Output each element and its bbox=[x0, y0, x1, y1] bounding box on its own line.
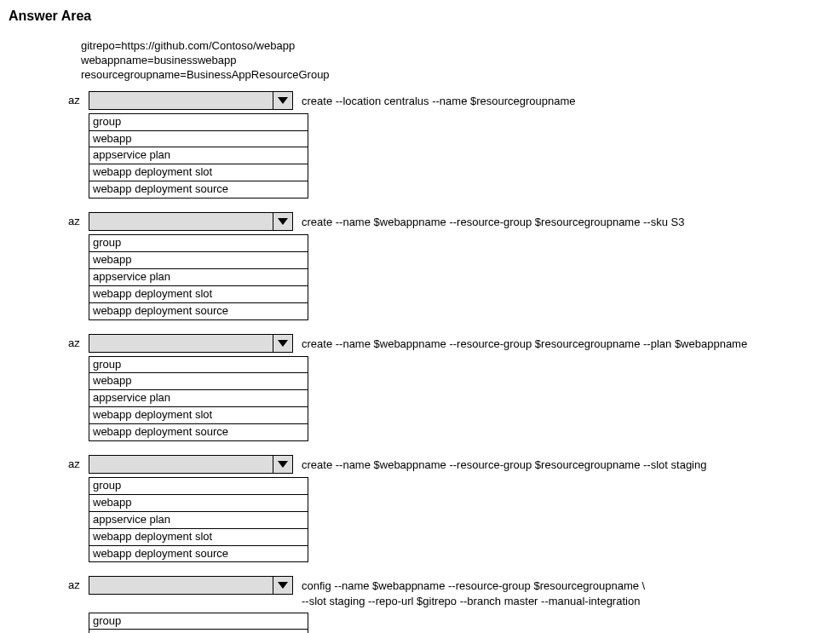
az-label: az bbox=[68, 91, 85, 106]
dropdown-arrow-icon bbox=[273, 456, 292, 473]
option-item[interactable]: webapp deployment source bbox=[89, 181, 308, 198]
az-label: az bbox=[68, 334, 85, 349]
option-item[interactable]: appservice plan bbox=[89, 147, 308, 164]
command-text-2: create --name $webappname --resource-gro… bbox=[293, 212, 831, 230]
option-item[interactable]: group bbox=[89, 613, 308, 630]
dropdown-arrow-icon bbox=[273, 213, 292, 230]
option-item[interactable]: group bbox=[89, 357, 308, 374]
svg-marker-4 bbox=[278, 582, 288, 589]
option-item[interactable]: webapp deployment source bbox=[89, 424, 308, 440]
page-title: Answer Area bbox=[9, 9, 831, 24]
dropdown-2[interactable] bbox=[89, 212, 293, 231]
dropdown-3[interactable] bbox=[89, 334, 293, 353]
az-label: az bbox=[68, 455, 85, 470]
option-item[interactable]: webapp deployment slot bbox=[89, 164, 308, 181]
az-label: az bbox=[68, 212, 85, 227]
az-label: az bbox=[68, 576, 85, 591]
dropdown-value bbox=[89, 92, 273, 109]
dropdown-value bbox=[89, 577, 273, 594]
svg-marker-2 bbox=[278, 340, 288, 347]
option-item[interactable]: appservice plan bbox=[89, 269, 308, 286]
dropdown-5[interactable] bbox=[89, 576, 293, 595]
option-item[interactable]: group bbox=[89, 114, 308, 131]
option-item[interactable]: webapp bbox=[89, 131, 308, 148]
option-item[interactable]: group bbox=[89, 235, 308, 252]
options-list-3: group webapp appservice plan webapp depl… bbox=[89, 356, 308, 441]
svg-marker-3 bbox=[278, 461, 288, 468]
variable-block: gitrepo=https://github.com/Contoso/webap… bbox=[81, 39, 831, 83]
command-row-2: az create --name $webappname --resource-… bbox=[68, 212, 831, 319]
dropdown-arrow-icon bbox=[273, 92, 292, 109]
options-list-1: group webapp appservice plan webapp depl… bbox=[89, 113, 308, 199]
command-text-1: create --location centralus --name $reso… bbox=[293, 91, 831, 109]
svg-marker-1 bbox=[278, 218, 288, 225]
option-item[interactable]: appservice plan bbox=[89, 390, 308, 407]
command-text-5-line1: config --name $webappname --resource-gro… bbox=[302, 578, 831, 594]
option-item[interactable]: webapp bbox=[89, 373, 308, 390]
options-list-5: group webapp appservice plan webapp depl… bbox=[89, 613, 308, 633]
dropdown-1[interactable] bbox=[89, 91, 293, 110]
dropdown-arrow-icon bbox=[273, 577, 292, 594]
option-item[interactable]: webapp deployment source bbox=[89, 303, 308, 319]
option-item[interactable]: webapp bbox=[89, 252, 308, 269]
options-list-2: group webapp appservice plan webapp depl… bbox=[89, 234, 308, 319]
option-item[interactable]: webapp deployment slot bbox=[89, 529, 308, 546]
dropdown-value bbox=[89, 456, 273, 473]
command-text-5-line2: --slot staging --repo-url $gitrepo --bra… bbox=[302, 594, 831, 609]
var-line-2: webappname=businesswebapp bbox=[81, 54, 831, 68]
command-text-3: create --name $webappname --resource-gro… bbox=[293, 334, 831, 352]
command-row-4: az create --name $webappname --resource-… bbox=[68, 455, 831, 562]
option-item[interactable]: appservice plan bbox=[89, 512, 308, 529]
dropdown-4[interactable] bbox=[89, 455, 293, 474]
svg-marker-0 bbox=[278, 97, 288, 104]
option-item[interactable]: webapp bbox=[89, 630, 308, 633]
command-row-3: az create --name $webappname --resource-… bbox=[68, 334, 831, 441]
command-row-5: az config --name $webappname --resource-… bbox=[68, 576, 831, 633]
command-text-5: config --name $webappname --resource-gro… bbox=[293, 576, 831, 608]
var-line-1: gitrepo=https://github.com/Contoso/webap… bbox=[81, 39, 831, 54]
var-line-3: resourcegroupname=BusinessAppResourceGro… bbox=[81, 68, 831, 83]
command-row-1: az create --location centralus --name $r… bbox=[68, 91, 831, 199]
option-item[interactable]: webapp deployment slot bbox=[89, 286, 308, 303]
dropdown-arrow-icon bbox=[273, 335, 292, 352]
option-item[interactable]: webapp deployment source bbox=[89, 546, 308, 562]
command-text-4: create --name $webappname --resource-gro… bbox=[293, 455, 831, 473]
option-item[interactable]: webapp deployment slot bbox=[89, 407, 308, 424]
option-item[interactable]: group bbox=[89, 478, 308, 495]
dropdown-value bbox=[89, 335, 273, 352]
options-list-4: group webapp appservice plan webapp depl… bbox=[89, 477, 308, 562]
dropdown-value bbox=[89, 213, 273, 230]
option-item[interactable]: webapp bbox=[89, 495, 308, 512]
